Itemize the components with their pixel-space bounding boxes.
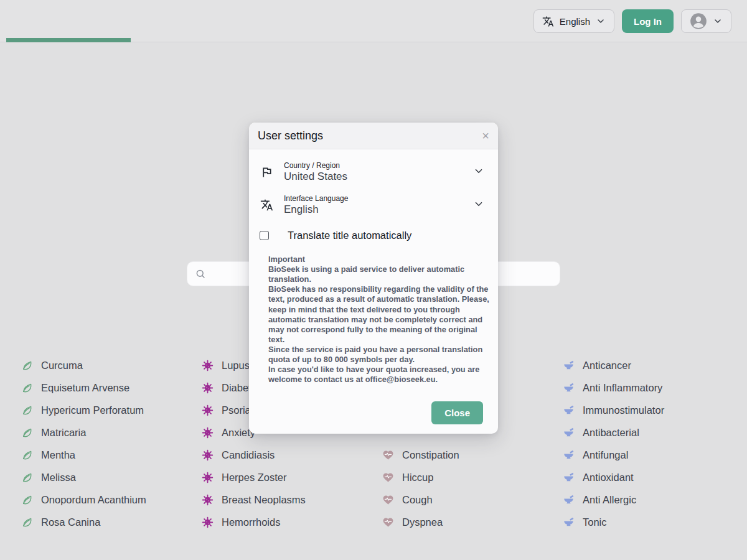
list-item[interactable]: Immunostimulator [563, 399, 740, 421]
leaf-icon [21, 516, 33, 528]
translate-icon [259, 198, 274, 212]
list-item[interactable]: Onopordum Acanthium [21, 488, 199, 511]
chevron-down-icon [473, 198, 484, 212]
bioseek-page: English Log In CurcumaEquisetu [0, 0, 747, 560]
list-item[interactable]: Cough [382, 488, 560, 511]
list-item-label: Herpes Zoster [222, 472, 287, 483]
list-item[interactable]: Matricaria [21, 421, 199, 444]
list-item[interactable]: Rosa Canina [21, 511, 199, 533]
list-item-label: Hypericum Perforatum [41, 404, 144, 416]
virus-icon [202, 404, 214, 416]
list-item-label: Antifungal [583, 449, 628, 461]
translation-notice: Important BioSeek is using a paid servic… [268, 254, 492, 385]
list-item-label: Mentha [41, 449, 75, 461]
list-item-label: Matricaria [41, 427, 86, 439]
modal-body: Country / Region United States Interface… [249, 149, 498, 434]
list-item[interactable]: Hiccup [382, 466, 560, 488]
virus-icon [202, 472, 214, 483]
leaf-icon [21, 494, 33, 506]
list-item-label: Anti Inflammatory [583, 382, 662, 394]
loading-progress-bar [6, 38, 131, 42]
list-item-label: Onopordum Acanthium [41, 494, 146, 506]
avatar-icon [690, 12, 707, 30]
list-item[interactable]: Hemorrhoids [202, 511, 379, 533]
list-item-label: Hemorrhoids [222, 516, 280, 528]
chevron-down-icon [473, 166, 484, 179]
list-item-label: Rosa Canina [41, 516, 100, 528]
interface-language-select[interactable]: Interface Language English [256, 189, 491, 222]
heart-pulse-icon [382, 494, 394, 506]
leaf-icon [21, 472, 33, 483]
modal-header: User settings × [249, 123, 498, 149]
list-item[interactable]: Anti Allergic [563, 488, 740, 511]
virus-icon [202, 382, 214, 394]
virus-icon [202, 516, 214, 528]
modal-footer: Close [256, 385, 491, 434]
top-bar: English Log In [0, 0, 747, 42]
list-item[interactable]: Hypericum Perforatum [21, 399, 199, 421]
notice-paragraph: BioSeek is using a paid service to deliv… [268, 264, 492, 284]
list-item-label: Tonic [583, 516, 607, 528]
mortar-pestle-icon [563, 516, 575, 528]
list-item[interactable]: Breast Neoplasms [202, 488, 379, 511]
heart-pulse-icon [382, 516, 394, 528]
translate-title-label: Translate title automatically [288, 230, 411, 241]
list-item[interactable]: Candidiasis [202, 444, 379, 466]
user-settings-modal: User settings × Country / Region United … [249, 123, 498, 434]
country-label: Country / Region [284, 161, 347, 170]
leaf-icon [21, 382, 33, 394]
notice-paragraph: In case you'd like to have your quota in… [268, 365, 492, 385]
flag-icon [259, 166, 274, 179]
list-item-label: Melissa [41, 472, 76, 483]
modal-title: User settings [258, 129, 323, 142]
account-menu-button[interactable] [681, 9, 731, 33]
list-item[interactable]: Tonic [563, 511, 740, 533]
language-selector[interactable]: English [533, 9, 614, 33]
list-item-label: Antibacterial [583, 427, 639, 439]
list-item[interactable]: Herpes Zoster [202, 466, 379, 488]
mortar-pestle-icon [563, 449, 575, 461]
list-item-label: Breast Neoplasms [222, 494, 306, 506]
list-item-label: Hiccup [402, 472, 433, 483]
list-item[interactable]: Equisetum Arvense [21, 376, 199, 399]
list-item-label: Constipation [402, 449, 459, 461]
virus-icon [202, 494, 214, 506]
mortar-pestle-icon [563, 404, 575, 416]
virus-icon [202, 427, 214, 439]
list-item[interactable]: Antifungal [563, 444, 740, 466]
mortar-pestle-icon [563, 382, 575, 394]
country-select[interactable]: Country / Region United States [256, 156, 491, 189]
list-item[interactable]: Constipation [382, 444, 560, 466]
close-icon[interactable]: × [482, 129, 489, 142]
list-item[interactable]: Antibacterial [563, 421, 740, 444]
notice-paragraph: BioSeek has no responsibility regarding … [268, 284, 492, 345]
list-item[interactable]: Dyspnea [382, 511, 560, 533]
list-item-label: Curcuma [41, 360, 83, 371]
list-item-label: Immunostimulator [583, 404, 664, 416]
language-selector-value: English [560, 16, 590, 27]
list-item-label: Antioxidant [583, 472, 634, 483]
list-item[interactable]: Antioxidant [563, 466, 740, 488]
leaf-icon [21, 449, 33, 461]
activities-column: AnticancerAnti InflammatoryImmunostimula… [563, 354, 740, 533]
list-item-label: Anticancer [583, 360, 631, 371]
interface-language-label: Interface Language [284, 194, 348, 203]
translate-title-checkbox[interactable] [260, 231, 269, 240]
list-item-label: Anti Allergic [583, 494, 636, 506]
list-item[interactable]: Curcuma [21, 354, 199, 376]
leaf-icon [21, 404, 33, 416]
leaf-icon [21, 360, 33, 371]
login-button[interactable]: Log In [622, 9, 674, 33]
list-item[interactable]: Anticancer [563, 354, 740, 376]
mortar-pestle-icon [563, 472, 575, 483]
virus-icon [202, 449, 214, 461]
translate-icon [542, 16, 554, 27]
list-item[interactable]: Melissa [21, 466, 199, 488]
list-item[interactable]: Anti Inflammatory [563, 376, 740, 399]
heart-pulse-icon [382, 449, 394, 461]
mortar-pestle-icon [563, 494, 575, 506]
mortar-pestle-icon [563, 360, 575, 371]
close-button[interactable]: Close [431, 401, 483, 424]
list-item-label: Candidiasis [222, 449, 275, 461]
list-item[interactable]: Mentha [21, 444, 199, 466]
